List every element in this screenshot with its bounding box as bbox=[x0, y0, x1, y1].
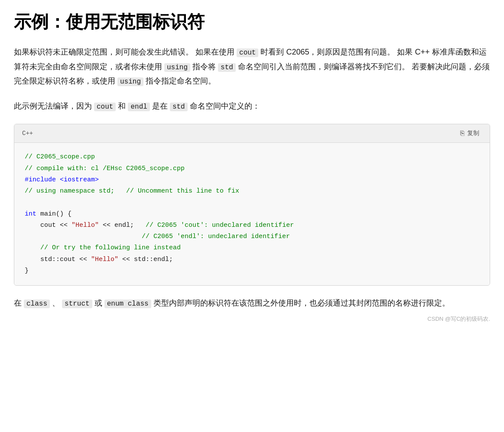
copy-label: 复制 bbox=[467, 129, 479, 137]
bottom-mid-1: 或 bbox=[94, 299, 102, 307]
desc2-text-2: 和 bbox=[118, 102, 126, 110]
desc2-text-4: 命名空间中定义的： bbox=[190, 102, 260, 110]
desc-text-3: 指令将 bbox=[192, 62, 216, 71]
inline-code-cout-2: cout bbox=[94, 103, 116, 111]
inline-code-cout-1: cout bbox=[237, 48, 258, 57]
description-paragraph-1: 如果标识符未正确限定范围，则可能会发生此错误。 如果在使用 cout 时看到 C… bbox=[14, 45, 490, 89]
desc2-text-1: 此示例无法编译，因为 bbox=[14, 102, 92, 110]
inline-code-using-2: using bbox=[117, 77, 143, 86]
inline-code-endl: endl bbox=[128, 103, 150, 111]
watermark: CSDN @写C的初级码农. bbox=[14, 315, 490, 323]
desc2-text-3: 是在 bbox=[152, 102, 168, 110]
copy-button[interactable]: ⎘ 复制 bbox=[458, 129, 482, 138]
bottom-text-prefix: 在 bbox=[14, 299, 22, 307]
inline-code-using-1: using bbox=[164, 63, 190, 72]
desc-text-1: 如果标识符未正确限定范围，则可能会发生此错误。 如果在使用 bbox=[14, 48, 234, 56]
code-language-label: C++ bbox=[22, 130, 33, 137]
copy-icon: ⎘ bbox=[460, 129, 465, 137]
code-content: // C2065_scope.cpp // compile with: cl /… bbox=[25, 152, 479, 277]
inline-code-class: class bbox=[24, 300, 50, 308]
bottom-text-end: 类型内部声明的标识符在该范围之外使用时，也必须通过其封闭范围的名称进行限定。 bbox=[153, 299, 450, 307]
inline-code-enum-class: enum class bbox=[104, 300, 151, 308]
inline-code-std-1: std bbox=[218, 63, 236, 72]
inline-code-struct: struct bbox=[62, 300, 92, 308]
code-block: C++ ⎘ 复制 // C2065_scope.cpp // compile w… bbox=[14, 124, 490, 286]
bottom-sep-1: 、 bbox=[52, 299, 60, 307]
description-paragraph-2: 此示例无法编译，因为 cout 和 endl 是在 std 命名空间中定义的： bbox=[14, 99, 490, 114]
page-title: 示例：使用无范围标识符 bbox=[14, 10, 490, 33]
code-body: // C2065_scope.cpp // compile with: cl /… bbox=[14, 143, 490, 285]
code-header: C++ ⎘ 复制 bbox=[14, 124, 490, 143]
bottom-paragraph: 在 class 、 struct 或 enum class 类型内部声明的标识符… bbox=[14, 296, 490, 311]
desc-text-5: 指令指定命名空间。 bbox=[146, 77, 216, 85]
inline-code-std-2: std bbox=[170, 103, 188, 111]
